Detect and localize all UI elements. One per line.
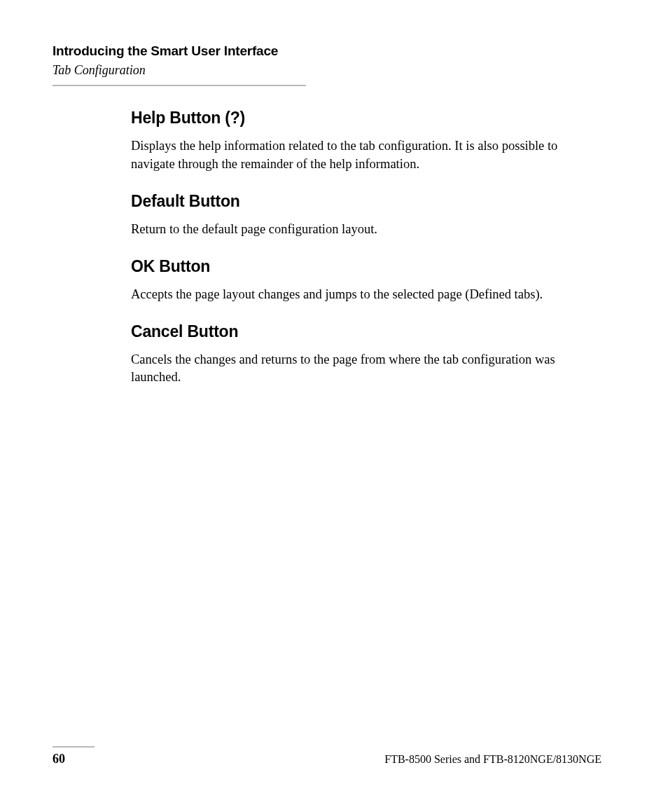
chapter-header: Introducing the Smart User Interface Tab… <box>53 43 601 86</box>
content: Help Button (?) Displays the help inform… <box>131 109 601 387</box>
section-heading: OK Button <box>131 257 601 276</box>
section-subtitle: Tab Configuration <box>53 63 601 78</box>
section-default-button: Default Button Return to the default pag… <box>131 192 601 239</box>
footer-rule <box>53 746 95 748</box>
section-cancel-button: Cancel Button Cancels the changes and re… <box>131 322 601 387</box>
section-body: Accepts the page layout changes and jump… <box>131 286 601 304</box>
footer: 60 FTB-8500 Series and FTB-8120NGE/8130N… <box>53 746 601 766</box>
section-heading: Help Button (?) <box>131 109 601 128</box>
chapter-title: Introducing the Smart User Interface <box>53 43 601 59</box>
section-body: Return to the default page configuration… <box>131 221 601 239</box>
section-heading: Cancel Button <box>131 322 601 341</box>
section-ok-button: OK Button Accepts the page layout change… <box>131 257 601 304</box>
section-body: Cancels the changes and returns to the p… <box>131 351 601 387</box>
header-rule <box>53 85 306 86</box>
page-number: 60 <box>53 752 65 766</box>
doc-title: FTB-8500 Series and FTB-8120NGE/8130NGE <box>384 753 601 766</box>
section-heading: Default Button <box>131 192 601 211</box>
section-body: Displays the help information related to… <box>131 137 601 174</box>
section-help-button: Help Button (?) Displays the help inform… <box>131 109 601 174</box>
